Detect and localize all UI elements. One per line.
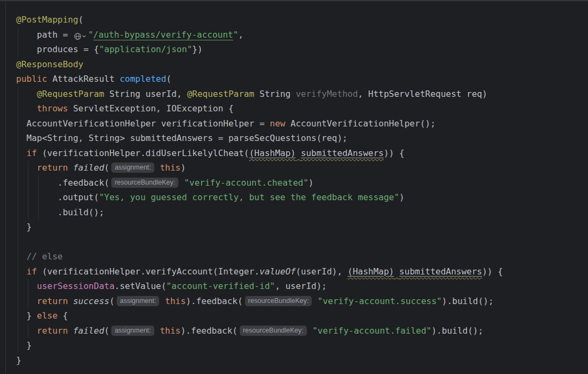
token-text	[16, 326, 37, 336]
code-line[interactable]: throws ServletException, IOException {	[16, 101, 503, 116]
token-text: }	[16, 340, 32, 350]
url-mapping-widget[interactable]	[74, 29, 87, 44]
cast-warning: (HashMap)	[249, 148, 296, 158]
token-text: , HttpServletRequest req)	[358, 89, 487, 99]
token-text: )	[399, 192, 405, 202]
token-text: String userId,	[104, 89, 187, 99]
token-text	[16, 296, 37, 306]
token-keyword: return	[37, 326, 68, 336]
token-text: ,	[238, 30, 243, 40]
token-text: AttackResult	[47, 74, 120, 84]
token-text	[68, 163, 73, 173]
token-text	[16, 281, 37, 291]
token-annotation: @PostMapping	[16, 15, 78, 25]
token-text: , userId);	[275, 281, 327, 291]
code-line[interactable]: return failed(assignment: this).feedback…	[16, 323, 503, 338]
code-line[interactable]: @ResponseBody	[16, 57, 503, 72]
globe-icon	[74, 32, 82, 40]
cast-warning-text: submittedAnswers	[399, 266, 482, 277]
token-keyword: new	[270, 118, 285, 129]
code-line[interactable]: path = "/auth-bypass/verify-account",	[16, 27, 503, 43]
code-line[interactable]: }	[16, 353, 503, 368]
code-area: @PostMapping( path = "/auth-bypass/verif…	[0, 0, 503, 368]
token-text: }	[16, 355, 21, 365]
token-string: "verify-account.cheated"	[184, 178, 309, 188]
code-line[interactable]: return failed(assignment: this)	[16, 160, 503, 175]
token-text	[155, 326, 160, 336]
code-line[interactable]: // else	[16, 249, 503, 264]
cast-warning: (HashMap)	[348, 266, 395, 277]
token-text	[16, 266, 26, 277]
token-annotation: @ResponseBody	[16, 59, 83, 69]
token-text: AccountVerificationHelper verificationHe…	[16, 118, 270, 129]
code-line[interactable]: }	[16, 338, 503, 353]
code-line[interactable]: userSessionData.setValue("account-verifi…	[16, 279, 503, 294]
token-text: .setValue(	[114, 281, 166, 291]
token-text: (verificationHelper.didUserLikelylCheat(	[37, 148, 249, 158]
token-string: "verify-account.success"	[318, 296, 442, 306]
token-text	[155, 163, 160, 173]
token-text: ).build();	[442, 296, 493, 306]
code-line[interactable]: } else {	[16, 308, 503, 323]
token-keyword: this	[165, 296, 186, 306]
token-annotation: @RequestParam	[37, 89, 104, 99]
token-text: .output(	[16, 192, 99, 202]
inlay-hint: resourceBundleKey:	[245, 296, 312, 306]
token-string: "	[233, 30, 239, 40]
inlay-hint: assignment:	[111, 326, 154, 336]
cast-warning-space	[296, 148, 301, 158]
token-text	[16, 89, 37, 99]
token-text: (verificationHelper.verifyAccount(Intege…	[37, 266, 260, 277]
token-string: "verify-account.failed"	[312, 326, 432, 336]
token-text: (	[109, 296, 114, 306]
token-text	[16, 251, 26, 262]
token-annotation: @RequestParam	[187, 89, 254, 99]
token-text: .feedback(	[16, 178, 109, 188]
token-text: )	[181, 163, 186, 173]
token-text: ).build();	[432, 326, 483, 336]
cast-warning-text: (HashMap)	[249, 148, 296, 158]
token-field: userSessionData	[37, 281, 115, 291]
token-text: (	[166, 74, 171, 84]
code-line[interactable]: Map<String, String> submittedAnswers = p…	[16, 131, 503, 146]
token-keyword: return	[37, 296, 68, 306]
token-keyword: else	[37, 311, 58, 321]
code-line[interactable]: AccountVerificationHelper verificationHe…	[16, 116, 503, 131]
token-text	[307, 326, 313, 336]
token-string: "account-verified-id"	[166, 281, 275, 291]
token-keyword: throws	[37, 103, 68, 114]
inlay-hint: resourceBundleKey:	[240, 326, 307, 336]
token-text: }	[16, 222, 32, 232]
inlay-hint: assignment:	[117, 296, 159, 306]
code-editor-pane: @PostMapping( path = "/auth-bypass/verif…	[0, 0, 588, 374]
code-line[interactable]: .output("Yes, you guessed correctly, but…	[16, 190, 503, 205]
inlay-hint: resourceBundleKey:	[111, 178, 178, 188]
token-static-method: valueOf	[260, 266, 296, 277]
token-text: ).feedback(	[186, 296, 243, 306]
token-static-method: success	[73, 296, 109, 306]
code-line[interactable]: if (verificationHelper.verifyAccount(Int…	[16, 264, 503, 279]
token-keyword: if	[26, 266, 37, 277]
code-line[interactable]: produces = {"application/json"})	[16, 42, 503, 57]
token-text	[312, 296, 318, 306]
code-line[interactable]: .feedback(resourceBundleKey: "verify-acc…	[16, 175, 503, 190]
cast-warning-space	[394, 266, 399, 277]
token-text: ).feedback(	[181, 326, 238, 336]
token-keyword: this	[160, 163, 181, 173]
token-text: ServletException, IOException {	[68, 103, 233, 114]
code-line[interactable]: if (verificationHelper.didUserLikelylChe…	[16, 146, 503, 161]
code-line[interactable]	[16, 235, 503, 250]
token-keyword: public	[16, 74, 47, 84]
code-line[interactable]: @RequestParam String userId, @RequestPar…	[16, 87, 503, 102]
token-text: .build();	[16, 207, 104, 217]
token-keyword: this	[160, 326, 181, 336]
code-line[interactable]: @PostMapping(	[16, 12, 503, 27]
token-text: {	[58, 311, 68, 321]
code-line[interactable]: public AttackResult completed(	[16, 72, 503, 87]
code-line[interactable]: .build();	[16, 205, 503, 220]
code-line[interactable]: }	[16, 220, 503, 235]
code-line[interactable]: return success(assignment: this).feedbac…	[16, 294, 503, 309]
token-unused-parameter: verifyMethod	[296, 89, 358, 99]
token-keyword: return	[37, 163, 68, 173]
url-link[interactable]: /auth-bypass/verify-account	[94, 30, 233, 40]
